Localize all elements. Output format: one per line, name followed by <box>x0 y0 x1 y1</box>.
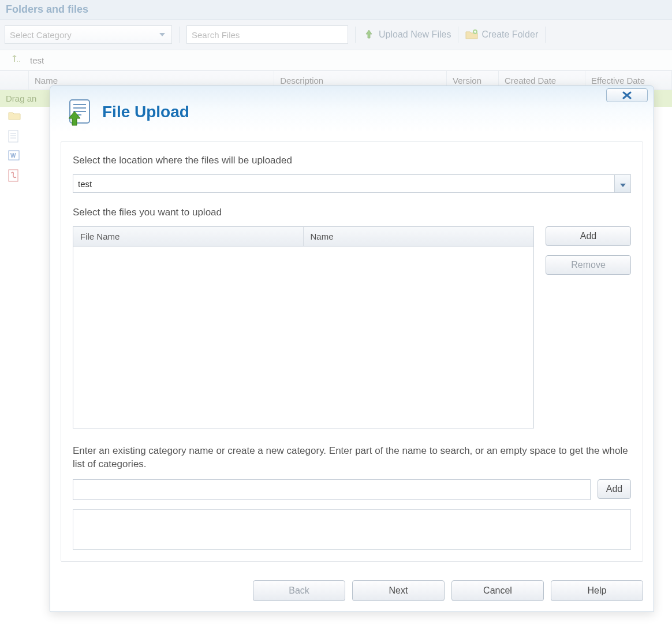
toolbar: Select Category Search Files Upload New … <box>0 20 672 50</box>
col-display-name[interactable]: Name <box>304 227 534 246</box>
page-title: Folders and files <box>0 0 672 20</box>
breadcrumb-text[interactable]: test <box>30 55 44 65</box>
remove-file-button[interactable]: Remove <box>546 255 631 275</box>
col-file-name[interactable]: File Name <box>73 227 304 246</box>
category-select[interactable]: Select Category <box>5 25 172 44</box>
next-button[interactable]: Next <box>352 580 445 601</box>
add-file-button[interactable]: Add <box>546 226 631 246</box>
dialog-body: Select the location where the files will… <box>61 141 643 562</box>
location-value: test <box>73 175 614 192</box>
svg-text:..: .. <box>17 56 20 63</box>
location-label: Select the location where the files will… <box>73 155 631 166</box>
dialog-title: File Upload <box>102 103 189 121</box>
row-icons: W <box>0 107 29 182</box>
location-select[interactable]: test <box>73 174 631 193</box>
category-list[interactable] <box>73 509 631 550</box>
location-dropdown-button[interactable] <box>614 175 630 192</box>
divider <box>179 27 180 43</box>
divider <box>458 27 458 43</box>
create-folder-button[interactable]: Create Folder <box>465 28 538 41</box>
upload-files-button[interactable]: Upload New Files <box>363 28 451 41</box>
up-arrow-icon[interactable]: .. <box>12 55 22 65</box>
folder-plus-icon <box>465 28 478 41</box>
close-button[interactable] <box>606 88 648 102</box>
dialog-footer: Back Next Cancel Help <box>50 572 654 611</box>
file-table-header: File Name Name <box>73 227 533 247</box>
svg-rect-2 <box>9 130 18 142</box>
search-input[interactable]: Search Files <box>186 25 348 44</box>
help-button[interactable]: Help <box>551 580 643 601</box>
files-label: Select the files you want to upload <box>73 207 631 218</box>
create-folder-label: Create Folder <box>481 29 538 40</box>
category-row: Add <box>73 479 631 500</box>
file-buttons: Add Remove <box>546 226 631 428</box>
chevron-down-icon <box>620 179 626 189</box>
divider <box>545 27 546 43</box>
upload-icon <box>363 28 375 41</box>
dialog-header: File Upload <box>50 86 654 130</box>
file-table[interactable]: File Name Name <box>73 226 534 428</box>
search-placeholder: Search Files <box>192 30 240 40</box>
file-upload-icon <box>64 96 95 128</box>
close-icon <box>622 91 632 99</box>
text-file-icon[interactable] <box>8 130 21 143</box>
divider <box>355 27 356 43</box>
col-icon <box>0 71 29 89</box>
category-label: Enter an existing category name or creat… <box>73 445 631 471</box>
add-category-button[interactable]: Add <box>598 479 631 499</box>
pdf-file-icon[interactable] <box>8 169 21 182</box>
file-upload-dialog: File Upload Select the location where th… <box>50 85 654 612</box>
back-button[interactable]: Back <box>253 580 345 601</box>
word-file-icon[interactable]: W <box>8 150 21 162</box>
category-input[interactable] <box>73 479 591 500</box>
upload-label: Upload New Files <box>379 29 451 40</box>
category-placeholder: Select Category <box>10 30 72 40</box>
upload-area: File Name Name Add Remove <box>73 226 631 428</box>
folder-icon[interactable] <box>8 110 21 123</box>
breadcrumb: .. test <box>0 50 672 70</box>
chevron-down-icon <box>158 30 167 39</box>
svg-text:W: W <box>10 152 16 159</box>
cancel-button[interactable]: Cancel <box>451 580 544 601</box>
